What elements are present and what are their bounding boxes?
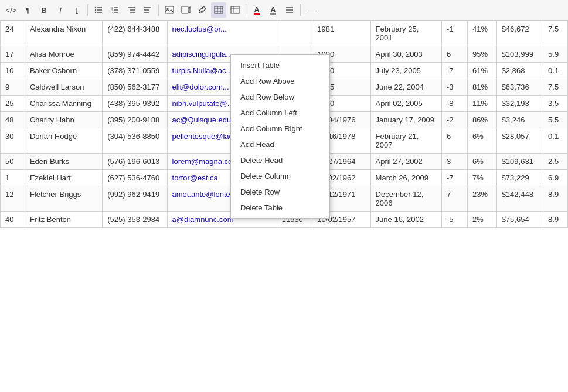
email-link[interactable]: elit@dolor.com...: [172, 83, 229, 91]
email-link[interactable]: adipiscing.ligula...: [172, 50, 233, 59]
table-cell: 6.9: [543, 170, 568, 186]
table-cell: 6%: [468, 154, 497, 170]
table-cell: 8.9: [543, 212, 568, 228]
table-cell: (859) 974-4442: [103, 46, 167, 63]
table-cell: 8.9: [543, 186, 568, 212]
context-menu: Insert Table Add Row Above Add Row Below…: [230, 54, 330, 219]
table-cell: 10: [1, 63, 25, 79]
table-cell: $32,193: [496, 96, 543, 112]
svg-rect-20: [182, 6, 188, 13]
bg-color-btn[interactable]: A: [266, 2, 281, 18]
table-cell: February 25, 2001: [370, 21, 441, 46]
table-cell: (576) 196-6013: [103, 154, 167, 170]
svg-text:3: 3: [111, 11, 113, 14]
ctx-delete-column[interactable]: Delete Column: [231, 168, 329, 184]
table2-btn[interactable]: [227, 2, 243, 18]
paragraph-btn[interactable]: ¶: [20, 2, 35, 18]
svg-rect-18: [165, 6, 174, 13]
table-cell: 86%: [468, 112, 497, 128]
table-cell: January 17, 2009: [370, 112, 441, 128]
ctx-insert-table[interactable]: Insert Table: [231, 57, 329, 73]
table-cell: Fletcher Briggs: [25, 186, 102, 212]
code-btn[interactable]: </>: [4, 2, 19, 18]
table-cell: Dorian Hodge: [25, 128, 102, 154]
table-cell: April 27, 2002: [370, 154, 441, 170]
table-cell: -7: [441, 170, 467, 186]
table-cell: $142,448: [496, 186, 543, 212]
table-btn[interactable]: [211, 2, 226, 18]
ctx-add-row-below[interactable]: Add Row Below: [231, 89, 329, 105]
table-cell: -2: [441, 112, 467, 128]
ul-btn[interactable]: [91, 2, 106, 18]
email-link[interactable]: a@diamnunc.com: [172, 215, 234, 224]
table-cell: -3: [441, 79, 467, 96]
email-link[interactable]: lorem@magna.com: [172, 157, 239, 166]
table-cell: (422) 644-3488: [103, 21, 167, 46]
table-cell: 2.5: [543, 154, 568, 170]
table-cell: 17: [1, 46, 25, 63]
ctx-delete-head[interactable]: Delete Head: [231, 152, 329, 168]
table-cell: June 22, 2004: [370, 79, 441, 96]
table-cell: 11%: [468, 96, 497, 112]
ctx-add-column-right[interactable]: Add Column Right: [231, 121, 329, 137]
table-cell: 7.5: [543, 21, 568, 46]
ctx-add-column-left[interactable]: Add Column Left: [231, 105, 329, 121]
table-cell: 9: [1, 79, 25, 96]
table-cell: June 16, 2002: [370, 212, 441, 228]
table-cell: Alisa Monroe: [25, 46, 102, 63]
svg-point-3: [95, 7, 96, 8]
table-cell: 25: [1, 96, 25, 112]
sep1: [87, 4, 88, 16]
ctx-add-head[interactable]: Add Head: [231, 137, 329, 152]
video-btn[interactable]: [178, 2, 193, 18]
table-cell: March 26, 2009: [370, 170, 441, 186]
table-cell: 6%: [468, 128, 497, 154]
sep4: [300, 4, 301, 16]
table-cell: 7.5: [543, 79, 568, 96]
table-cell: -8: [441, 96, 467, 112]
table-cell: February 21, 2007: [370, 128, 441, 154]
table-cell: 2%: [468, 212, 497, 228]
table-cell: April 30, 2003: [370, 46, 441, 63]
image-btn[interactable]: [162, 2, 177, 18]
email-link[interactable]: turpis.Nulla@ac...: [172, 66, 233, 75]
table-cell: Charity Hahn: [25, 112, 102, 128]
hr-btn[interactable]: —: [304, 2, 319, 18]
table-cell: 95%: [468, 46, 497, 63]
toolbar: </> ¶ B I I 123 A A —: [0, 0, 568, 21]
table-cell: $103,999: [496, 46, 543, 63]
table-cell: (850) 562-3177: [103, 79, 167, 96]
table-cell: $75,654: [496, 212, 543, 228]
svg-rect-21: [215, 6, 223, 13]
table-cell: Caldwell Larson: [25, 79, 102, 96]
table-cell: 6: [441, 46, 467, 63]
bold-btn[interactable]: B: [36, 2, 52, 18]
italic-btn[interactable]: I: [53, 2, 68, 18]
table-cell: [277, 21, 312, 46]
ctx-delete-table[interactable]: Delete Table: [231, 200, 329, 216]
table-cell: 7%: [468, 170, 497, 186]
link-btn[interactable]: [195, 2, 210, 18]
email-link[interactable]: tortor@est.ca: [172, 173, 218, 182]
email-link[interactable]: nec.luctus@or...: [172, 25, 227, 33]
table-cell: (304) 536-8850: [103, 128, 167, 154]
underline-btn[interactable]: I: [69, 2, 84, 18]
table-cell: 48: [1, 112, 25, 128]
table-cell: 30: [1, 128, 25, 154]
email-link[interactable]: ac@Quisque.edu: [172, 115, 232, 124]
outdent-btn[interactable]: [140, 2, 155, 18]
font-color-btn[interactable]: A: [249, 2, 264, 18]
table-cell: 41%: [468, 21, 497, 46]
svg-point-4: [95, 9, 96, 11]
table-cell: 24: [1, 21, 25, 46]
indent-btn[interactable]: [124, 2, 139, 18]
table-cell: Ezekiel Hart: [25, 170, 102, 186]
ctx-delete-row[interactable]: Delete Row: [231, 184, 329, 200]
align-btn[interactable]: [282, 2, 297, 18]
sep3: [246, 4, 246, 16]
table-cell: $2,868: [496, 63, 543, 79]
ol-btn[interactable]: 123: [107, 2, 123, 18]
ctx-add-row-above[interactable]: Add Row Above: [231, 73, 329, 89]
table-cell: 23%: [468, 186, 497, 212]
email-link[interactable]: nibh.vulputate@...: [172, 99, 234, 108]
